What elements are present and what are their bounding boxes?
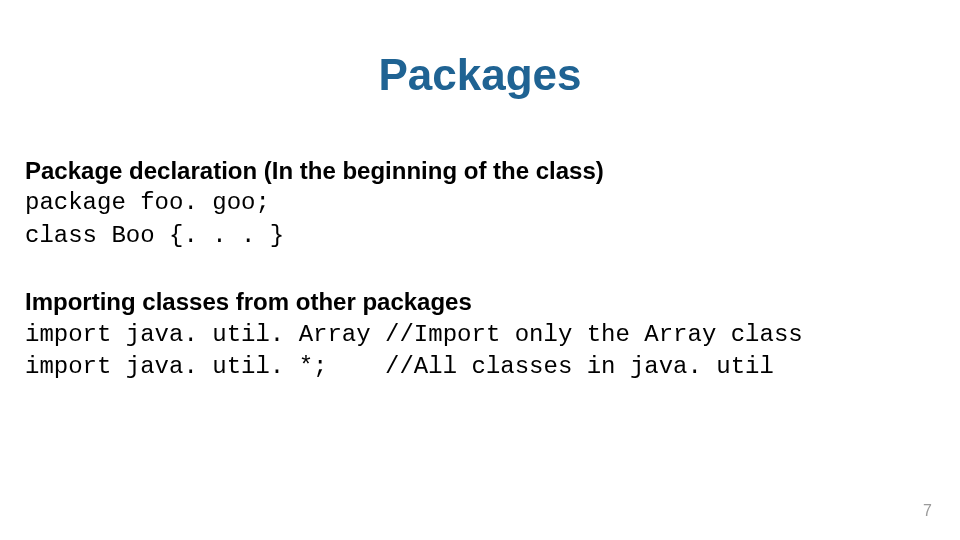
slide-body: Package declaration (In the beginning of… — [25, 155, 935, 383]
section2-code-line1: import java. util. Array //Import only t… — [25, 319, 935, 351]
spacer — [25, 252, 935, 286]
page-number: 7 — [923, 502, 932, 520]
section2-heading: Importing classes from other packages — [25, 286, 935, 318]
slide: Packages Package declaration (In the beg… — [0, 0, 960, 540]
section2-code-line2: import java. util. *; //All classes in j… — [25, 351, 935, 383]
section1-code-line1: package foo. goo; — [25, 187, 935, 219]
slide-title: Packages — [0, 50, 960, 100]
section1-code-line2: class Boo {. . . } — [25, 220, 935, 252]
section1-heading: Package declaration (In the beginning of… — [25, 155, 935, 187]
